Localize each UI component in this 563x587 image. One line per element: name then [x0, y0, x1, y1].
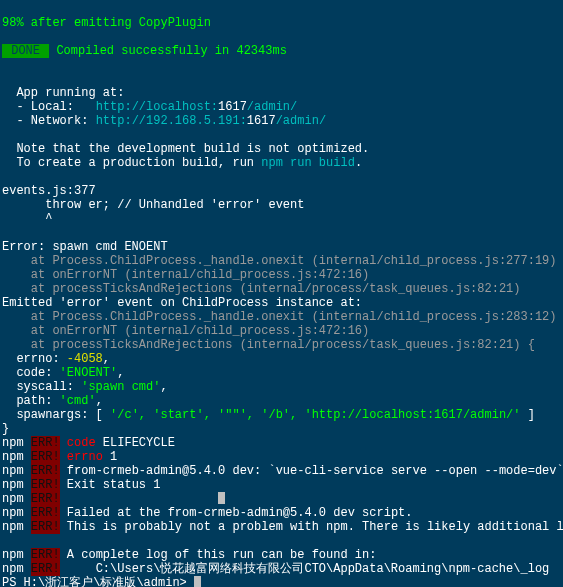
- stack-at-4: at Process.ChildProcess._handle.onexit (…: [2, 310, 557, 324]
- note-line-1: Note that the development build is not o…: [2, 142, 369, 156]
- events-throw: throw er; // Unhandled 'error' event: [2, 198, 304, 212]
- spawnargs-key: spawnargs: [: [2, 408, 110, 422]
- npm-line-10: C:\Users\悦花越富网络科技有限公司CTO\AppData\Roaming…: [60, 562, 550, 576]
- npm-line-7: This is probably not a problem with npm.…: [60, 520, 563, 534]
- network-url: http://192.168.5.191:: [96, 114, 247, 128]
- local-url: http://localhost:: [96, 100, 218, 114]
- compile-msg: Compiled successfully in 42343ms: [56, 44, 286, 58]
- emitted-title: Emitted 'error' event on ChildProcess in…: [2, 296, 362, 310]
- npm-line-3: from-crmeb-admin@5.4.0 dev: `vue-cli-ser…: [60, 464, 563, 478]
- npm-errno: 1: [103, 450, 117, 464]
- stack-at-5: at onErrorNT (internal/child_process.js:…: [2, 324, 369, 338]
- local-label: - Local:: [2, 100, 96, 114]
- error-title: Error: spawn cmd ENOENT: [2, 240, 168, 254]
- stack-at-6: at processTicksAndRejections (internal/p…: [2, 338, 535, 352]
- errno-key: errno:: [2, 352, 67, 366]
- path-key: path:: [2, 394, 60, 408]
- done-badge: DONE: [2, 44, 49, 58]
- terminal[interactable]: 98% after emitting CopyPlugin DONE Compi…: [0, 0, 563, 587]
- npm-line-9: A complete log of this run can be found …: [60, 548, 377, 562]
- syscall-key: syscall:: [2, 380, 81, 394]
- progress-line: 98% after emitting CopyPlugin: [2, 16, 211, 30]
- code-key: code:: [2, 366, 60, 380]
- app-running: App running at:: [2, 86, 124, 100]
- npm-code: ELIFECYCLE: [96, 436, 175, 450]
- err-badge: ERR!: [31, 436, 60, 450]
- note-line-2a: To create a production build, run: [2, 156, 261, 170]
- obj-close: }: [2, 422, 9, 436]
- stack-at-3: at processTicksAndRejections (internal/p…: [2, 282, 520, 296]
- stack-at-2: at onErrorNT (internal/child_process.js:…: [2, 268, 369, 282]
- npm-line-4: Exit status 1: [60, 478, 161, 492]
- events-caret: ^: [2, 212, 52, 226]
- npm-tag: npm: [2, 436, 24, 450]
- npm-line-6: Failed at the from-crmeb-admin@5.4.0 dev…: [60, 506, 413, 520]
- ps-prompt[interactable]: PS H:\浙江客户\标准版\admin>: [2, 576, 194, 587]
- text-cursor: [218, 492, 225, 504]
- npm-run-build: npm run build: [261, 156, 355, 170]
- events-file: events.js:377: [2, 184, 96, 198]
- stack-at-1: at Process.ChildProcess._handle.onexit (…: [2, 254, 557, 268]
- network-label: - Network:: [2, 114, 96, 128]
- prompt-cursor: [194, 576, 201, 587]
